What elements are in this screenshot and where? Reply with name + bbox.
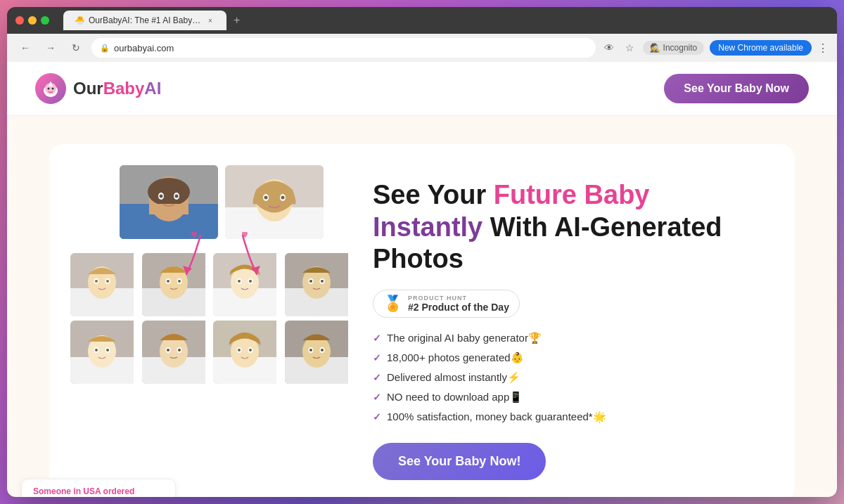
new-tab-button[interactable]: + — [229, 13, 244, 28]
check-icon-4: ✓ — [373, 392, 381, 403]
baby-photo-3 — [213, 253, 281, 316]
incognito-badge: 🕵️ Incognito — [643, 41, 705, 55]
svg-point-19 — [264, 196, 268, 200]
medal-icon: 🏅 — [383, 295, 402, 313]
baby-6-svg — [142, 321, 205, 384]
browser-titlebar: 🐣 OurBabyAI: The #1 AI Baby P... × + — [7, 7, 837, 34]
parents-row — [91, 165, 352, 239]
logo-icon — [35, 73, 66, 104]
browser-frame: 🐣 OurBabyAI: The #1 AI Baby P... × + ← →… — [7, 7, 837, 497]
svg-point-63 — [167, 349, 170, 351]
check-icon-5: ✓ — [373, 411, 381, 422]
baby-photo-6 — [142, 321, 210, 384]
baby-photo-7 — [213, 321, 281, 384]
svg-point-20 — [281, 196, 285, 200]
more-options-icon[interactable]: ⋮ — [817, 41, 829, 55]
social-proof-widget: Someone in USA ordered 14 hours ago ❤️ V… — [21, 479, 176, 497]
svg-point-28 — [95, 280, 98, 283]
baby-5-svg — [70, 321, 134, 384]
baby-photo-5 — [70, 321, 138, 384]
svg-point-64 — [178, 349, 181, 351]
incognito-icon: 🕵️ — [650, 43, 660, 53]
svg-point-29 — [106, 280, 109, 283]
feature-text-4: NO need to download app📱 — [387, 391, 523, 403]
maximize-window-button[interactable] — [41, 16, 49, 25]
headline-part1: See Your — [373, 180, 494, 209]
feature-item-1: ✓ The original AI baby generator🏆 — [373, 332, 774, 344]
baby-photo-4 — [285, 253, 352, 316]
refresh-button[interactable]: ↻ — [66, 38, 86, 58]
baby-2-svg — [142, 253, 205, 316]
baby-1-svg — [70, 253, 134, 316]
baby-7-svg — [213, 321, 276, 384]
svg-point-43 — [249, 280, 252, 283]
feature-item-5: ✓ 100% satisfaction, money back guarante… — [373, 411, 774, 423]
product-hunt-badge: 🏅 PRODUCT HUNT #2 Product of the Day — [373, 290, 520, 318]
feature-item-3: ✓ Delivered almost instantly⚡ — [373, 371, 774, 384]
url-text: ourbabyai.com — [114, 43, 174, 53]
site-header: OurBabyAI See Your Baby Now — [7, 62, 837, 116]
svg-point-3 — [48, 88, 50, 90]
feature-text-2: 18,000+ photos generated👶 — [387, 351, 524, 364]
check-icon-3: ✓ — [373, 372, 381, 383]
feature-text-1: The original AI baby generator🏆 — [387, 332, 542, 344]
header-cta-button[interactable]: See Your Baby Now — [664, 74, 809, 103]
svg-point-78 — [321, 349, 324, 351]
baby-4-svg — [285, 253, 348, 316]
image-collage — [70, 165, 352, 384]
svg-point-12 — [160, 195, 163, 198]
back-button[interactable]: ← — [15, 38, 35, 58]
svg-point-77 — [309, 349, 312, 351]
father-photo-svg — [120, 165, 218, 239]
check-icon-2: ✓ — [373, 352, 381, 363]
unicorn-icon — [40, 78, 61, 99]
baby-8-svg — [285, 321, 348, 384]
hero-content: See Your Future Baby Instantly With AI-G… — [373, 165, 774, 480]
headline-purple: Instantly — [373, 212, 482, 242]
hero-card: See Your Future Baby Instantly With AI-G… — [49, 144, 795, 497]
traffic-lights — [15, 16, 49, 25]
toolbar-actions: 👁 ☆ 🕵️ Incognito New Chrome available ⋮ — [601, 39, 829, 56]
baby-photo-8 — [285, 321, 352, 384]
svg-point-42 — [238, 280, 241, 283]
headline-pink: Future Baby — [494, 180, 650, 209]
eye-slash-icon: 👁 — [601, 39, 617, 56]
svg-point-13 — [175, 195, 179, 198]
social-proof-main: Someone in USA ordered — [33, 486, 164, 496]
svg-point-36 — [178, 280, 181, 283]
address-bar[interactable]: 🔒 ourbabyai.com — [91, 38, 596, 58]
svg-point-70 — [238, 349, 241, 351]
feature-text-3: Delivered almost instantly⚡ — [387, 371, 520, 384]
baby-photo-2 — [142, 253, 210, 316]
mother-photo-svg — [225, 165, 324, 239]
hero-headline: See Your Future Baby Instantly With AI-G… — [373, 179, 774, 276]
close-window-button[interactable] — [15, 16, 24, 25]
svg-point-35 — [167, 280, 170, 283]
father-photo — [120, 165, 218, 239]
feature-item-2: ✓ 18,000+ photos generated👶 — [373, 351, 774, 364]
svg-point-57 — [106, 349, 109, 351]
ph-label: PRODUCT HUNT — [408, 295, 509, 302]
star-icon[interactable]: ☆ — [622, 39, 637, 56]
minimize-window-button[interactable] — [28, 16, 37, 25]
feature-item-4: ✓ NO need to download app📱 — [373, 391, 774, 403]
svg-point-56 — [95, 349, 98, 351]
main-cta-button[interactable]: See Your Baby Now! — [373, 443, 546, 480]
active-tab[interactable]: 🐣 OurBabyAI: The #1 AI Baby P... × — [63, 11, 226, 30]
ph-rank: #2 Product of the Day — [408, 302, 509, 313]
svg-point-8 — [148, 178, 190, 206]
feature-text-5: 100% satisfaction, money back guaranteed… — [387, 411, 606, 423]
baby-photo-1 — [70, 253, 138, 316]
new-chrome-button[interactable]: New Chrome available — [710, 40, 812, 56]
incognito-label: Incognito — [663, 43, 698, 53]
tab-close-button[interactable]: × — [205, 15, 215, 25]
features-list: ✓ The original AI baby generator🏆 ✓ 18,0… — [373, 332, 774, 423]
check-icon-1: ✓ — [373, 332, 381, 344]
logo: OurBabyAI — [35, 73, 161, 104]
baby-grid — [70, 253, 352, 384]
tab-bar: 🐣 OurBabyAI: The #1 AI Baby P... × + — [63, 11, 244, 30]
logo-text: OurBabyAI — [73, 79, 161, 98]
forward-button[interactable]: → — [41, 38, 60, 58]
product-hunt-text: PRODUCT HUNT #2 Product of the Day — [408, 295, 509, 313]
svg-point-50 — [321, 280, 324, 283]
